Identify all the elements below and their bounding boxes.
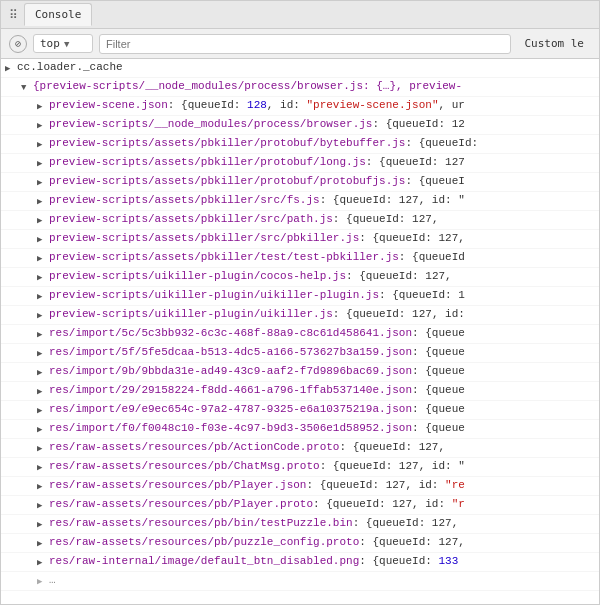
list-item[interactable]: ▶ res/raw-assets/resources/pb/bin/testPu… <box>1 515 599 534</box>
list-item[interactable]: ▶ preview-scripts/uikiller-plugin/cocos-… <box>1 268 599 287</box>
console-content[interactable]: ▶ cc.loader._cache ▼ {preview-scripts/__… <box>1 59 599 604</box>
filter-input[interactable] <box>99 34 511 54</box>
list-item[interactable]: ▶ res/raw-assets/resources/pb/ChatMsg.pr… <box>1 458 599 477</box>
context-arrow: ▼ <box>64 39 69 49</box>
console-tab[interactable]: Console <box>24 3 92 26</box>
root-object-entry[interactable]: ▼ {preview-scripts/__node_modules/proces… <box>1 78 599 97</box>
item-arrow[interactable]: ▶ <box>37 116 49 134</box>
item-arrow[interactable]: ▶ <box>37 306 49 324</box>
item-arrow[interactable]: ▶ <box>37 553 49 571</box>
tab-bar: ⠿ Console <box>1 1 599 29</box>
list-item[interactable]: ▶ res/raw-internal/image/default_btn_dis… <box>1 553 599 572</box>
cc-loader-arrow[interactable]: ▶ <box>5 59 17 77</box>
list-item[interactable]: ▶ … <box>1 572 599 591</box>
cc-loader-label: cc.loader._cache <box>17 59 595 75</box>
list-item[interactable]: ▶ preview-scripts/__node_modules/process… <box>1 116 599 135</box>
item-arrow[interactable]: ▶ <box>37 249 49 267</box>
item-arrow[interactable]: ▶ <box>37 382 49 400</box>
item-arrow[interactable]: ▶ <box>37 97 49 115</box>
list-item[interactable]: ▶ res/import/e9/e9ec654c-97a2-4787-9325-… <box>1 401 599 420</box>
list-item[interactable]: ▶ preview-scripts/assets/pbkiller/src/fs… <box>1 192 599 211</box>
list-item[interactable]: ▶ res/import/5c/5c3bb932-6c3c-468f-88a9-… <box>1 325 599 344</box>
list-item[interactable]: ▶ preview-scene.json: {queueId: 128, id:… <box>1 97 599 116</box>
item-arrow[interactable]: ▶ <box>37 363 49 381</box>
root-entry-text: {preview-scripts/__node_modules/process/… <box>33 78 595 94</box>
list-item[interactable]: ▶ res/raw-assets/resources/pb/Player.jso… <box>1 477 599 496</box>
item-arrow[interactable]: ▶ <box>37 192 49 210</box>
list-item[interactable]: ▶ res/import/f0/f0048c10-f03e-4c97-b9d3-… <box>1 420 599 439</box>
item-arrow[interactable]: ▶ <box>37 344 49 362</box>
list-item[interactable]: ▶ res/import/9b/9bbda31e-ad49-43c9-aaf2-… <box>1 363 599 382</box>
list-item[interactable]: ▶ res/import/5f/5fe5dcaa-b513-4dc5-a166-… <box>1 344 599 363</box>
item-arrow[interactable]: ▶ <box>37 230 49 248</box>
custom-levels-button[interactable]: Custom le <box>517 34 591 53</box>
item-arrow[interactable]: ▶ <box>37 135 49 153</box>
item-arrow[interactable]: ▶ <box>37 211 49 229</box>
list-item[interactable]: ▶ preview-scripts/assets/pbkiller/protob… <box>1 173 599 192</box>
devtools-container: ⠿ Console ⊘ top ▼ Custom le ▶ cc.loader.… <box>0 0 600 605</box>
item-arrow[interactable]: ▶ <box>37 458 49 476</box>
item-arrow[interactable]: ▶ <box>37 477 49 495</box>
list-item[interactable]: ▶ preview-scripts/assets/pbkiller/src/pb… <box>1 230 599 249</box>
toolbar: ⊘ top ▼ Custom le <box>1 29 599 59</box>
context-selector[interactable]: top ▼ <box>33 34 93 53</box>
list-item[interactable]: ▶ res/import/29/29158224-f8dd-4661-a796-… <box>1 382 599 401</box>
root-arrow[interactable]: ▼ <box>21 78 33 96</box>
list-item[interactable]: ▶ res/raw-assets/resources/pb/puzzle_con… <box>1 534 599 553</box>
item-arrow[interactable]: ▶ <box>37 439 49 457</box>
item-arrow[interactable]: ▶ <box>37 173 49 191</box>
list-item[interactable]: ▶ preview-scripts/assets/pbkiller/protob… <box>1 154 599 173</box>
item-arrow[interactable]: ▶ <box>37 154 49 172</box>
item-arrow[interactable]: ▶ <box>37 325 49 343</box>
item-arrow[interactable]: ▶ <box>37 496 49 514</box>
root-key: {preview-scripts/__node_modules/process/… <box>33 80 462 92</box>
list-item[interactable]: ▶ preview-scripts/uikiller-plugin/uikill… <box>1 306 599 325</box>
item-arrow[interactable]: ▶ <box>37 534 49 552</box>
list-item[interactable]: ▶ preview-scripts/assets/pbkiller/test/t… <box>1 249 599 268</box>
context-value: top <box>40 37 60 50</box>
list-item[interactable]: ▶ res/raw-assets/resources/pb/Player.pro… <box>1 496 599 515</box>
item-arrow[interactable]: ▶ <box>37 401 49 419</box>
item-arrow[interactable]: ▶ <box>37 420 49 438</box>
item-arrow[interactable]: ▶ <box>37 268 49 286</box>
item-arrow[interactable]: ▶ <box>37 515 49 533</box>
drag-icon: ⠿ <box>9 8 18 22</box>
list-item[interactable]: ▶ res/raw-assets/resources/pb/ActionCode… <box>1 439 599 458</box>
item-arrow[interactable]: ▶ <box>37 572 49 590</box>
list-item[interactable]: ▶ preview-scripts/assets/pbkiller/protob… <box>1 135 599 154</box>
list-item[interactable]: ▶ preview-scripts/assets/pbkiller/src/pa… <box>1 211 599 230</box>
clear-console-button[interactable]: ⊘ <box>9 35 27 53</box>
item-arrow[interactable]: ▶ <box>37 287 49 305</box>
cc-loader-entry[interactable]: ▶ cc.loader._cache <box>1 59 599 78</box>
list-item[interactable]: ▶ preview-scripts/uikiller-plugin/uikill… <box>1 287 599 306</box>
